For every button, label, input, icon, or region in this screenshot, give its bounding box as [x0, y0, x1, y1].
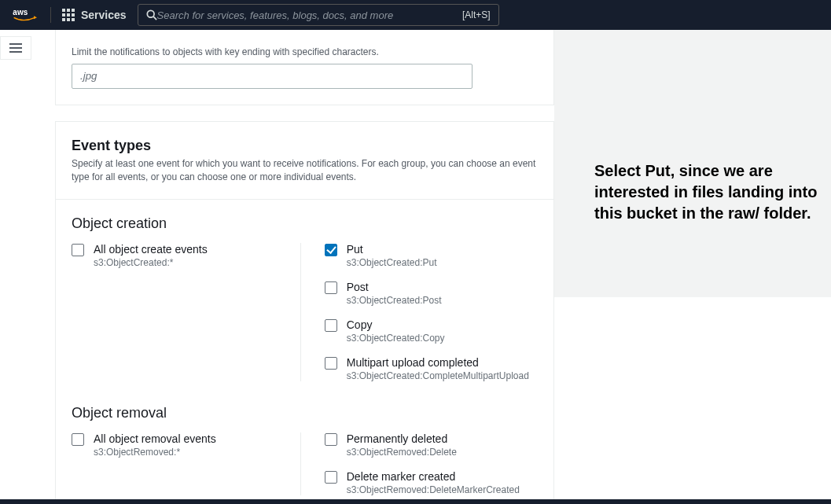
label-delete-marker: Delete marker created	[347, 470, 538, 483]
event-types-desc: Specify at least one event for which you…	[72, 157, 538, 184]
search-shortcut: [Alt+S]	[462, 9, 491, 20]
checkbox-perm-deleted[interactable]	[325, 433, 337, 446]
label-perm-deleted: Permanently deleted	[347, 432, 538, 445]
aws-logo[interactable]: aws	[13, 7, 39, 23]
apps-grid-icon	[62, 9, 75, 21]
checkbox-delete-marker[interactable]	[325, 471, 337, 484]
svg-line-2	[153, 17, 156, 20]
checkbox-all-removal[interactable]	[72, 433, 84, 446]
checkbox-all-create[interactable]	[72, 244, 84, 256]
suffix-panel: Limit the notifications to objects with …	[55, 30, 554, 105]
checkbox-put[interactable]	[325, 244, 337, 256]
choice-post: Post s3:ObjectCreated:Post	[325, 281, 538, 306]
checkbox-post[interactable]	[325, 281, 337, 294]
label-all-removal: All object removal events	[94, 432, 285, 445]
event-types-panel: Event types Specify at least one event f…	[55, 121, 554, 504]
api-all-create: s3:ObjectCreated:*	[94, 257, 285, 268]
object-removal-title: Object removal	[72, 405, 538, 421]
choice-all-removal: All object removal events s3:ObjectRemov…	[72, 432, 285, 458]
search-input[interactable]	[157, 9, 462, 21]
choice-put: Put s3:ObjectCreated:Put	[325, 243, 538, 268]
api-copy: s3:ObjectCreated:Copy	[347, 333, 538, 344]
svg-point-1	[147, 10, 154, 17]
api-put: s3:ObjectCreated:Put	[347, 257, 538, 268]
nav-divider	[50, 7, 51, 23]
api-delete-marker: s3:ObjectRemoved:DeleteMarkerCreated	[347, 484, 538, 495]
event-types-title: Event types	[72, 138, 538, 154]
services-label: Services	[81, 9, 127, 21]
annotation-text: Select Put, since we are interested in f…	[594, 160, 831, 224]
api-all-removal: s3:ObjectRemoved:*	[94, 447, 285, 458]
api-perm-deleted: s3:ObjectRemoved:Delete	[347, 447, 538, 458]
suffix-input[interactable]	[72, 64, 472, 89]
choice-multipart: Multipart upload completed s3:ObjectCrea…	[325, 356, 538, 381]
api-post: s3:ObjectCreated:Post	[347, 295, 538, 306]
checkbox-copy[interactable]	[325, 319, 337, 332]
search-container[interactable]: [Alt+S]	[138, 4, 499, 26]
label-multipart: Multipart upload completed	[347, 356, 538, 369]
label-put: Put	[347, 243, 538, 256]
footer-bar	[0, 499, 831, 504]
object-creation-title: Object creation	[72, 215, 538, 232]
choice-all-create: All object create events s3:ObjectCreate…	[72, 243, 285, 268]
services-menu-button[interactable]: Services	[62, 9, 127, 21]
top-nav: aws Services [Alt+S]	[0, 0, 831, 30]
object-removal-section: Object removal All object removal events…	[72, 405, 538, 495]
choice-delete-marker: Delete marker created s3:ObjectRemoved:D…	[325, 470, 538, 495]
label-all-create: All object create events	[94, 243, 285, 256]
search-icon	[146, 9, 157, 20]
svg-text:aws: aws	[13, 8, 28, 17]
object-creation-section: Object creation All object create events…	[72, 215, 538, 381]
checkbox-multipart[interactable]	[325, 357, 337, 370]
suffix-description: Limit the notifications to objects with …	[72, 46, 538, 59]
choice-copy: Copy s3:ObjectCreated:Copy	[325, 318, 538, 344]
choice-perm-deleted: Permanently deleted s3:ObjectRemoved:Del…	[325, 432, 538, 458]
label-post: Post	[347, 281, 538, 293]
api-multipart: s3:ObjectCreated:CompleteMultipartUpload	[347, 370, 538, 381]
label-copy: Copy	[347, 318, 538, 331]
